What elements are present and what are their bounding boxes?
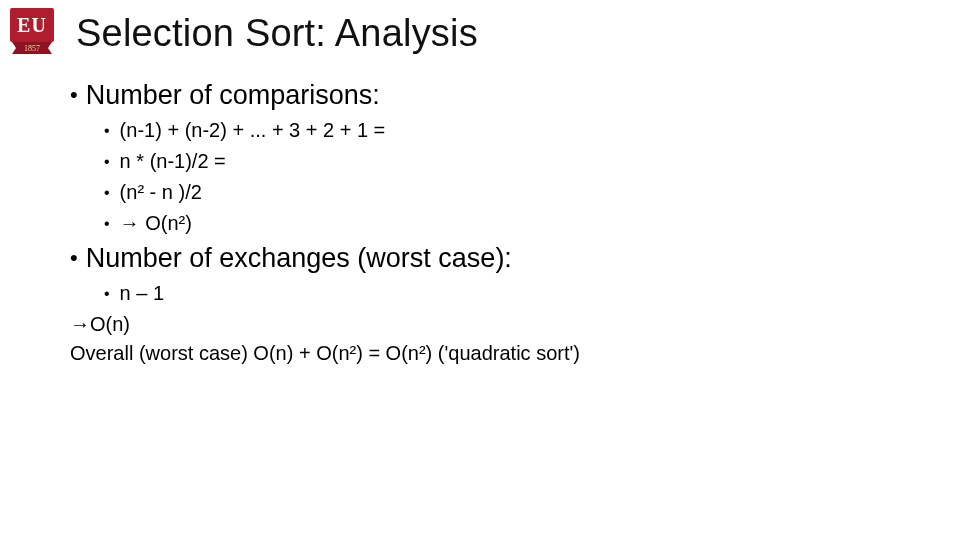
bullet-item: • (n² - n )/2 <box>104 181 920 204</box>
bullet-item: • → O(n²) <box>104 212 920 235</box>
university-logo: EU 1857 <box>10 8 66 62</box>
heading-text: Number of exchanges (worst case): <box>86 243 512 274</box>
slide: EU 1857 Selection Sort: Analysis • Numbe… <box>0 0 960 540</box>
bullet-dot-icon: • <box>104 123 110 139</box>
conclusion-line: →O(n) <box>70 313 920 336</box>
slide-header: EU 1857 Selection Sort: Analysis <box>0 0 960 62</box>
bullet-item: • n * (n-1)/2 = <box>104 150 920 173</box>
logo-flag: EU <box>10 8 54 42</box>
conclusion-line: Overall (worst case) O(n) + O(n²) = O(n²… <box>70 342 920 365</box>
item-text: (n-1) + (n-2) + ... + 3 + 2 + 1 = <box>120 119 386 142</box>
bullet-exchanges-heading: • Number of exchanges (worst case): <box>70 243 920 274</box>
item-text: n – 1 <box>120 282 164 305</box>
bullet-dot-icon: • <box>70 247 78 269</box>
bullet-item: • (n-1) + (n-2) + ... + 3 + 2 + 1 = <box>104 119 920 142</box>
logo-year: 1857 <box>24 44 40 53</box>
bullet-comparisons-heading: • Number of comparisons: <box>70 80 920 111</box>
heading-text: Number of comparisons: <box>86 80 380 111</box>
bullet-dot-icon: • <box>104 286 110 302</box>
logo-banner-icon: 1857 <box>10 40 54 54</box>
bullet-item: • n – 1 <box>104 282 920 305</box>
item-text: (n² - n )/2 <box>120 181 202 204</box>
logo-text: EU <box>10 8 54 42</box>
bullet-dot-icon: • <box>70 84 78 106</box>
bullet-dot-icon: • <box>104 216 110 232</box>
bullet-dot-icon: • <box>104 185 110 201</box>
item-text: → O(n²) <box>120 212 192 235</box>
slide-title: Selection Sort: Analysis <box>76 12 478 55</box>
slide-content: • Number of comparisons: • (n-1) + (n-2)… <box>0 62 960 365</box>
item-text: n * (n-1)/2 = <box>120 150 226 173</box>
bullet-dot-icon: • <box>104 154 110 170</box>
